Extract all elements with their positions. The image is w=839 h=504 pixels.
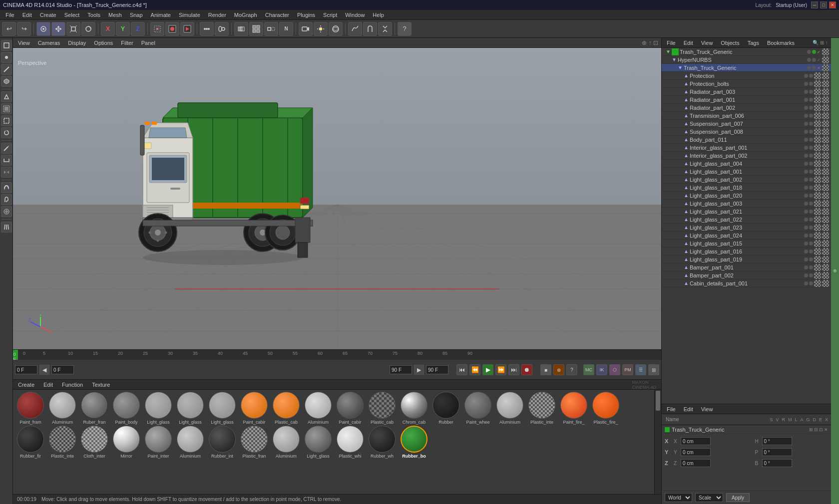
light-button[interactable]	[314, 22, 328, 36]
viewport-menu-display[interactable]: Display	[66, 39, 88, 46]
material-item-plastic-cab[interactable]: Plastic_cab	[271, 392, 302, 425]
viewport-menu-filter[interactable]: Filter	[119, 39, 135, 46]
coord-x-h-input[interactable]	[762, 437, 792, 445]
material-item-light-glass-3[interactable]: Light_glass	[207, 392, 238, 425]
knife-button[interactable]	[1, 143, 12, 154]
mat-menu-function[interactable]: Function	[60, 381, 85, 388]
coord-space-select[interactable]: World Local Object	[665, 493, 692, 502]
material-item-plastic-fire[interactable]: Plastic_fire_	[590, 392, 621, 425]
sky-button[interactable]	[329, 22, 343, 36]
attr-menu-file[interactable]: File	[665, 406, 678, 413]
material-item-cloth-inter[interactable]: Cloth_inter	[79, 426, 110, 459]
menu-tools[interactable]: Tools	[84, 11, 104, 19]
obj-row-body-part-011[interactable]: ▲ Body_part_011	[662, 136, 831, 144]
menu-snap[interactable]: Snap	[126, 11, 146, 19]
close-button[interactable]: ✕	[829, 1, 836, 8]
obj-row-radiator-part-002[interactable]: ▲ Radiator_part_002	[662, 104, 831, 112]
material-item-plastic-int[interactable]: Plastic_inte	[526, 392, 557, 425]
obj-row-light-glass-part-003[interactable]: ▲ Light_glass_part_003	[662, 200, 831, 208]
menu-mograph[interactable]: MoGraph	[231, 11, 261, 19]
coord-x-pos-input[interactable]	[681, 437, 711, 445]
end-frame-display[interactable]	[426, 365, 448, 374]
obj-row-radiator-part-001[interactable]: ▲ Radiator_part_001	[662, 96, 831, 104]
twist-button[interactable]	[378, 22, 392, 36]
ik-button[interactable]: IK	[596, 364, 607, 375]
viewport-menu-cameras[interactable]: Cameras	[36, 39, 62, 46]
keyframe-add-button[interactable]: ■	[540, 364, 551, 375]
material-item-plastic-fran[interactable]: Plastic_fran	[239, 426, 270, 459]
obj-row-light-glass-part-021[interactable]: ▲ Light_glass_part_021	[662, 208, 831, 216]
help-button[interactable]: ?	[398, 22, 412, 36]
y-axis-button[interactable]: Y	[116, 22, 130, 36]
menu-simulate[interactable]: Simulate	[175, 11, 204, 19]
menu-render[interactable]: Render	[205, 11, 230, 19]
bend-button[interactable]	[363, 22, 377, 36]
x-axis-button[interactable]: X	[101, 22, 115, 36]
dynamics-button[interactable]: ⬡	[609, 364, 620, 375]
poly-mode-button[interactable]	[1, 76, 12, 87]
boole-button[interactable]	[234, 22, 248, 36]
material-item-paint-inter[interactable]: Paint_inter	[143, 426, 174, 459]
rotate-button[interactable]	[81, 22, 95, 36]
maximize-button[interactable]: □	[820, 1, 827, 8]
lasso-select-button[interactable]	[1, 127, 12, 138]
obj-row-interior-glass-part-001[interactable]: ▲ Interior_glass_part_001	[662, 144, 831, 152]
menu-mesh[interactable]: Mesh	[105, 11, 125, 19]
material-item-paint-frame[interactable]: Paint_fram	[15, 392, 46, 425]
material-item-light-glass-2[interactable]: Light_glass	[175, 392, 206, 425]
material-item-paint-wheel[interactable]: Paint_whee	[462, 392, 493, 425]
record-button[interactable]: ⏺	[521, 364, 532, 375]
obj-morph-button[interactable]	[215, 22, 229, 36]
menu-animate[interactable]: Animate	[147, 11, 174, 19]
material-item-rubber-wh[interactable]: Rubber_wh	[367, 426, 398, 459]
obj-row-trash-truck-generic-sub[interactable]: ▼ Trash_Truck_Generic ✕	[662, 64, 831, 72]
material-item-paint-cabir2[interactable]: Paint_cabir	[335, 392, 366, 425]
material-item-light-glass-dark[interactable]: Light_glass	[303, 426, 334, 459]
material-item-mirror[interactable]: Mirror	[111, 426, 142, 459]
obj-row-light-glass-part-016[interactable]: ▲ Light_glass_part_016	[662, 248, 831, 255]
material-item-chrom-cab[interactable]: Chrom_cab	[399, 392, 429, 425]
obj-menu-bookmarks[interactable]: Bookmarks	[765, 39, 797, 46]
obj-menu-objects[interactable]: Objects	[719, 39, 741, 46]
render-view-button[interactable]	[165, 22, 179, 36]
end-frame-input[interactable]	[390, 365, 412, 374]
attr-menu-edit[interactable]: Edit	[682, 406, 695, 413]
obj-row-transmision-part-006[interactable]: ▲ Transmision_part_006	[662, 112, 831, 120]
menu-window[interactable]: Window	[342, 11, 368, 19]
obj-row-light-glass-part-020[interactable]: ▲ Light_glass_part_020	[662, 192, 831, 200]
obj-row-bamper-part-002[interactable]: ▲ Bamper_part_002	[662, 271, 831, 279]
obj-row-cabin-details-part-001[interactable]: ▲ Cabin_details_part_001	[662, 279, 831, 287]
menu-edit[interactable]: Edit	[19, 11, 35, 19]
animation-stop-button[interactable]: ⊗	[553, 364, 564, 375]
material-item-plastic-inte2[interactable]: Plastic_inte	[47, 426, 78, 459]
obj-row-interior-glass-part-002[interactable]: ▲ Interior_glass_part_002	[662, 152, 831, 160]
mat-menu-texture[interactable]: Texture	[90, 381, 112, 388]
obj-menu-view[interactable]: View	[699, 39, 715, 46]
goto-end-button[interactable]: ⏭	[508, 364, 519, 375]
goto-start-button[interactable]: ⏮	[456, 364, 467, 375]
material-item-aluminium-4[interactable]: Aluminium	[175, 426, 206, 459]
material-item-plastic-cab2[interactable]: Plastic_cab	[367, 392, 398, 425]
render-region-button[interactable]	[150, 22, 164, 36]
frame-step-down[interactable]: ◀	[39, 365, 49, 375]
paint-button[interactable]	[1, 194, 12, 205]
menu-create[interactable]: Create	[36, 11, 60, 19]
mat-menu-create[interactable]: Create	[16, 381, 36, 388]
next-frame-button[interactable]: ⏩	[495, 364, 506, 375]
obj-menu-file[interactable]: File	[665, 39, 678, 46]
obj-row-radiator-part-003[interactable]: ▲ Radiator_part_003	[662, 88, 831, 96]
obj-row-light-glass-part-001[interactable]: ▲ Light_glass_part_001	[662, 168, 831, 176]
menu-character[interactable]: Character	[262, 11, 293, 19]
material-item-rubber[interactable]: Rubber	[430, 392, 461, 425]
obj-row-bamper-part-001[interactable]: ▲ Bamper_part_001	[662, 263, 831, 271]
model-mode-button[interactable]	[1, 40, 12, 51]
material-item-paint-body[interactable]: Paint_body	[111, 392, 142, 425]
sculpt-button[interactable]	[1, 206, 12, 217]
layer-button[interactable]: ☰	[635, 364, 646, 375]
anim-tools-button[interactable]	[200, 22, 214, 36]
apply-button[interactable]: Apply	[726, 493, 750, 502]
obj-row-light-glass-part-023[interactable]: ▲ Light_glass_part_023	[662, 224, 831, 232]
obj-row-light-glass-part-024[interactable]: ▲ Light_glass_part_024	[662, 232, 831, 240]
motion-clip-button[interactable]: MC	[583, 364, 594, 375]
mirror-button[interactable]	[1, 167, 12, 178]
